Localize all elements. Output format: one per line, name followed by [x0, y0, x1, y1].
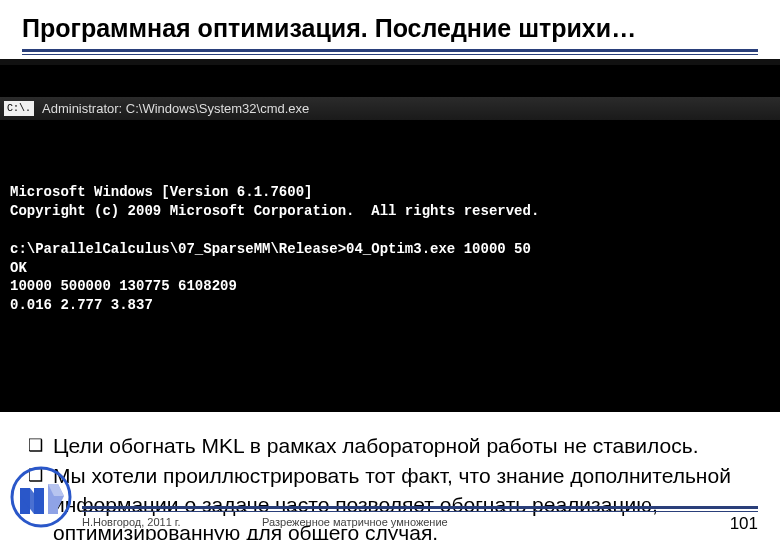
footer-divider	[82, 506, 758, 512]
footer-location: Н.Новгород, 2011 г.	[82, 516, 222, 528]
terminal-line: Microsoft Windows [Version 6.1.7600]	[10, 184, 312, 200]
terminal-line: 0.016 2.777 3.837	[10, 297, 153, 313]
terminal-body: Microsoft Windows [Version 6.1.7600] Cop…	[0, 158, 780, 334]
footer-subject: Разреженное матричное умножение	[222, 516, 758, 528]
terminal-line: OK	[10, 260, 27, 276]
university-logo-icon	[10, 466, 72, 528]
slide-footer: Н.Новгород, 2011 г. Разреженное матрично…	[0, 466, 780, 528]
bullet-text: Цели обогнать MKL в рамках лабораторной …	[53, 432, 699, 460]
slide-title: Программная оптимизация. Последние штрих…	[22, 14, 758, 43]
terminal-window-title: Administrator: C:\Windows\System32\cmd.e…	[42, 100, 309, 118]
terminal-screenshot: C:\. Administrator: C:\Windows\System32\…	[0, 59, 780, 412]
page-number: 101	[730, 514, 758, 534]
terminal-line: 10000 500000 130775 6108209	[10, 278, 237, 294]
slide: Программная оптимизация. Последние штрих…	[0, 0, 780, 540]
title-underline	[22, 49, 758, 55]
terminal-titlebar: C:\. Administrator: C:\Windows\System32\…	[0, 97, 780, 121]
cmd-icon: C:\.	[4, 101, 34, 117]
terminal-line: c:\ParallelCalculus\07_SparseMM\Release>…	[10, 241, 531, 257]
bullet-marker-icon: ❑	[28, 432, 43, 460]
terminal-line: Copyright (c) 2009 Microsoft Corporation…	[10, 203, 539, 219]
bullet-item: ❑ Цели обогнать MKL в рамках лабораторно…	[28, 432, 748, 460]
